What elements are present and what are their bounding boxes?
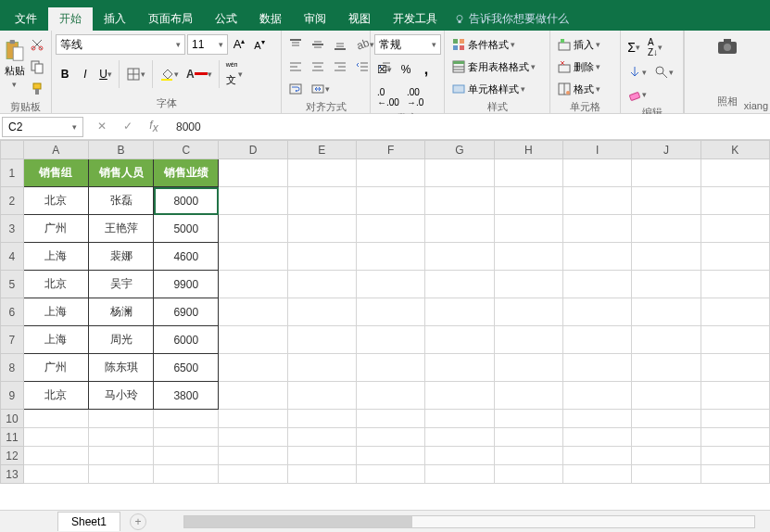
- cell[interactable]: [287, 382, 356, 410]
- tab-dev[interactable]: 开发工具: [382, 7, 448, 31]
- col-header[interactable]: A: [23, 141, 88, 159]
- cell[interactable]: [632, 465, 701, 484]
- cell[interactable]: [632, 271, 701, 298]
- cell[interactable]: [562, 159, 631, 187]
- cell[interactable]: [562, 215, 631, 243]
- col-header[interactable]: K: [701, 141, 769, 159]
- tab-insert[interactable]: 插入: [93, 7, 137, 31]
- dec-decimal-button[interactable]: .00→.0: [404, 84, 426, 110]
- cell[interactable]: 广州: [23, 215, 88, 243]
- cell[interactable]: [154, 410, 219, 428]
- cell[interactable]: [154, 465, 219, 484]
- cell[interactable]: [219, 326, 287, 354]
- cell[interactable]: [632, 298, 701, 326]
- cell[interactable]: [219, 298, 287, 326]
- cell[interactable]: [562, 447, 631, 465]
- cell[interactable]: [494, 215, 562, 243]
- italic-button[interactable]: I: [76, 65, 95, 83]
- cell[interactable]: [356, 187, 424, 215]
- cell[interactable]: [356, 382, 424, 410]
- cell[interactable]: [562, 382, 631, 410]
- row-header[interactable]: 10: [1, 410, 24, 428]
- cell[interactable]: [562, 271, 631, 298]
- cell[interactable]: [356, 159, 424, 187]
- cell[interactable]: [356, 354, 424, 382]
- format-cells-button[interactable]: 格式▾: [554, 79, 619, 99]
- cell[interactable]: [425, 447, 494, 465]
- cell[interactable]: [425, 298, 494, 326]
- cell[interactable]: [356, 410, 424, 428]
- cell[interactable]: [287, 159, 356, 187]
- cell[interactable]: [701, 326, 769, 354]
- cell[interactable]: 上海: [23, 243, 88, 271]
- cell[interactable]: [701, 354, 769, 382]
- accept-formula-button[interactable]: ✓: [119, 117, 137, 135]
- cell[interactable]: [425, 465, 494, 484]
- cell[interactable]: [562, 326, 631, 354]
- cell[interactable]: 北京: [23, 187, 88, 215]
- delete-cells-button[interactable]: 删除▾: [554, 57, 619, 77]
- currency-button[interactable]: ☒▾: [374, 60, 395, 79]
- row-header[interactable]: 7: [1, 326, 24, 354]
- camera-button[interactable]: [713, 34, 741, 58]
- cell[interactable]: [219, 243, 287, 271]
- sort-filter-button[interactable]: AZ↓▾: [645, 34, 665, 60]
- col-header[interactable]: G: [425, 141, 494, 159]
- cell[interactable]: 北京: [23, 271, 88, 298]
- align-middle-button[interactable]: [308, 34, 328, 55]
- cell[interactable]: [356, 326, 424, 354]
- cell[interactable]: [701, 410, 769, 428]
- cell[interactable]: [494, 447, 562, 465]
- cell[interactable]: [562, 354, 631, 382]
- cell[interactable]: [701, 187, 769, 215]
- cell[interactable]: [425, 428, 494, 447]
- cell[interactable]: [154, 428, 219, 447]
- cell[interactable]: 周光: [88, 326, 153, 354]
- tab-data[interactable]: 数据: [248, 7, 293, 31]
- cell[interactable]: [287, 298, 356, 326]
- tab-layout[interactable]: 页面布局: [137, 7, 204, 31]
- cell[interactable]: [425, 382, 494, 410]
- row-header[interactable]: 3: [1, 215, 24, 243]
- insert-cells-button[interactable]: 插入▾: [554, 34, 619, 55]
- find-button[interactable]: ▾: [651, 62, 676, 82]
- cell[interactable]: [356, 215, 424, 243]
- font-color-button[interactable]: A▾: [183, 65, 215, 83]
- row-header[interactable]: 11: [1, 428, 24, 447]
- cell[interactable]: 吴宇: [88, 271, 153, 298]
- cell[interactable]: 6500: [154, 354, 219, 382]
- cell[interactable]: [494, 243, 562, 271]
- select-all-corner[interactable]: [1, 141, 24, 159]
- cell[interactable]: 杨澜: [88, 298, 153, 326]
- paste-button[interactable]: 粘贴 ▾: [4, 34, 25, 94]
- cell[interactable]: [219, 271, 287, 298]
- cell[interactable]: [701, 271, 769, 298]
- cell[interactable]: 8000: [154, 187, 219, 215]
- new-sheet-button[interactable]: +: [130, 513, 146, 530]
- cell[interactable]: [356, 271, 424, 298]
- cell[interactable]: [219, 447, 287, 465]
- bold-button[interactable]: B: [56, 65, 74, 83]
- cond-format-button[interactable]: 条件格式▾: [448, 34, 549, 55]
- cell[interactable]: [562, 187, 631, 215]
- cell[interactable]: [701, 428, 769, 447]
- cell[interactable]: [287, 410, 356, 428]
- align-left-button[interactable]: [285, 57, 306, 77]
- cell[interactable]: [562, 465, 631, 484]
- format-painter-button[interactable]: [27, 79, 47, 99]
- cell[interactable]: [219, 410, 287, 428]
- comma-button[interactable]: ,: [417, 58, 435, 81]
- row-header[interactable]: 13: [1, 465, 24, 484]
- cell[interactable]: [287, 326, 356, 354]
- cell[interactable]: [219, 428, 287, 447]
- inc-decimal-button[interactable]: .0←.00: [374, 84, 402, 110]
- cell[interactable]: [219, 354, 287, 382]
- border-button[interactable]: ▾: [123, 64, 148, 84]
- align-right-button[interactable]: [330, 57, 350, 77]
- cell[interactable]: [356, 243, 424, 271]
- cell[interactable]: [494, 354, 562, 382]
- align-center-button[interactable]: [308, 57, 328, 77]
- cell[interactable]: [287, 215, 356, 243]
- name-box[interactable]: C2▾: [2, 117, 83, 137]
- cell[interactable]: [219, 159, 287, 187]
